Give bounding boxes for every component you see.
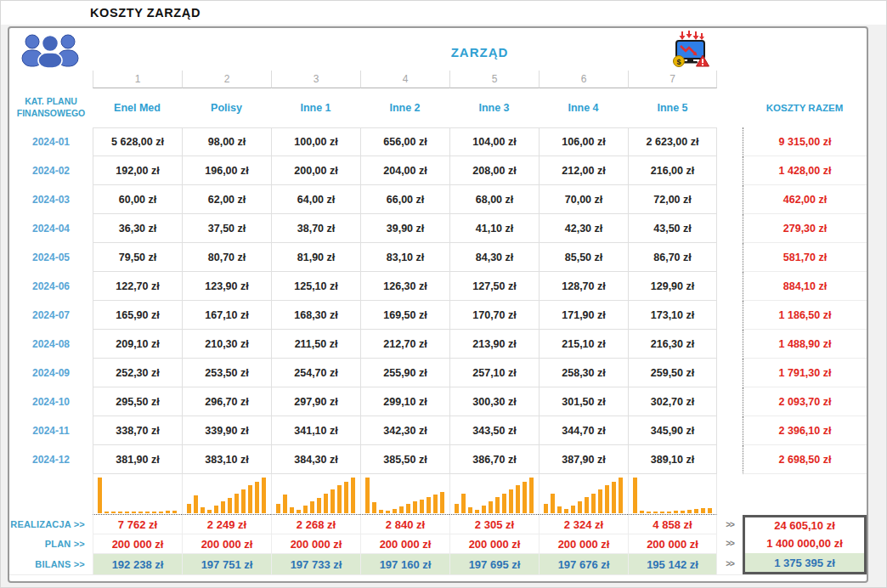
cost-cell[interactable]: 381,90 zł (93, 445, 182, 474)
cost-cell[interactable]: 257,10 zł (449, 359, 539, 387)
cost-cell[interactable]: 387,90 zł (539, 445, 628, 474)
realizacja-cell[interactable]: 2 840 zł (360, 515, 449, 534)
cost-cell[interactable]: 70,00 zł (539, 185, 628, 214)
cost-cell[interactable]: 122,70 zł (93, 272, 182, 301)
cost-cell[interactable]: 216,00 zł (628, 156, 717, 185)
cost-cell[interactable]: 345,90 zł (628, 416, 717, 445)
realizacja-cell[interactable]: 4 858 zł (628, 515, 717, 534)
cost-cell[interactable]: 173,10 zł (628, 301, 717, 330)
row-total-cell[interactable]: 279,30 zł (743, 214, 867, 243)
cost-cell[interactable]: 60,00 zł (93, 185, 182, 214)
realizacja-cell[interactable]: 2 324 zł (539, 515, 628, 534)
row-total-cell[interactable]: 2 698,50 zł (743, 445, 867, 474)
cost-cell[interactable]: 104,00 zł (449, 127, 539, 156)
cost-cell[interactable]: 341,10 zł (271, 416, 360, 445)
cost-cell[interactable]: 297,90 zł (271, 387, 360, 416)
cost-cell[interactable]: 5 628,00 zł (93, 127, 182, 156)
cost-cell[interactable]: 37,50 zł (182, 214, 271, 243)
cost-cell[interactable]: 64,00 zł (271, 185, 360, 214)
bilans-cell[interactable]: 197 751 zł (182, 553, 271, 574)
cost-cell[interactable]: 129,90 zł (628, 272, 717, 301)
cost-cell[interactable]: 42,30 zł (539, 214, 628, 243)
realizacja-cell[interactable]: 7 762 zł (93, 515, 182, 534)
cost-cell[interactable]: 83,10 zł (360, 243, 449, 272)
cost-cell[interactable]: 302,70 zł (628, 387, 717, 416)
cost-cell[interactable]: 43,50 zł (628, 214, 717, 243)
cost-cell[interactable]: 338,70 zł (93, 416, 182, 445)
plan-cell[interactable]: 200 000 zł (539, 534, 628, 553)
realizacja-cell[interactable]: 2 305 zł (449, 515, 539, 534)
cost-cell[interactable]: 167,10 zł (182, 301, 271, 330)
cost-cell[interactable]: 300,30 zł (449, 387, 539, 416)
cost-cell[interactable]: 384,30 zł (271, 445, 360, 474)
cost-cell[interactable]: 72,00 zł (628, 185, 717, 214)
plan-cell[interactable]: 200 000 zł (628, 534, 717, 553)
cost-cell[interactable]: 68,00 zł (449, 185, 539, 214)
cost-cell[interactable]: 128,70 zł (539, 272, 628, 301)
bilans-cell[interactable]: 192 238 zł (93, 553, 182, 574)
plan-cell[interactable]: 200 000 zł (449, 534, 539, 553)
cost-cell[interactable]: 301,50 zł (539, 387, 628, 416)
bilans-cell[interactable]: 195 142 zł (628, 553, 717, 574)
cost-cell[interactable]: 342,30 zł (360, 416, 449, 445)
plan-cell[interactable]: 200 000 zł (182, 534, 271, 553)
cost-cell[interactable]: 85,50 zł (539, 243, 628, 272)
cost-cell[interactable]: 123,90 zł (182, 272, 271, 301)
cost-cell[interactable]: 41,10 zł (449, 214, 539, 243)
cost-cell[interactable]: 213,90 zł (449, 330, 539, 359)
bilans-cell[interactable]: 197 160 zł (360, 553, 449, 574)
cost-cell[interactable]: 80,70 zł (182, 243, 271, 272)
cost-cell[interactable]: 255,90 zł (360, 359, 449, 387)
cost-cell[interactable]: 253,50 zł (182, 359, 271, 387)
row-total-cell[interactable]: 1 791,30 zł (743, 359, 867, 387)
grand-total-realizacja[interactable]: 24 605,10 zł (745, 517, 864, 534)
cost-cell[interactable]: 299,10 zł (360, 387, 449, 416)
cost-cell[interactable]: 386,70 zł (449, 445, 539, 474)
cost-cell[interactable]: 252,30 zł (93, 359, 182, 387)
cost-cell[interactable]: 254,70 zł (271, 359, 360, 387)
cost-cell[interactable]: 385,50 zł (360, 445, 449, 474)
row-total-cell[interactable]: 884,10 zł (743, 272, 867, 301)
cost-cell[interactable]: 296,70 zł (182, 387, 271, 416)
cost-cell[interactable]: 210,30 zł (182, 330, 271, 359)
cost-cell[interactable]: 38,70 zł (271, 214, 360, 243)
cost-cell[interactable]: 100,00 zł (271, 127, 360, 156)
cost-cell[interactable]: 656,00 zł (360, 127, 449, 156)
row-total-cell[interactable]: 2 093,70 zł (743, 387, 867, 416)
row-total-cell[interactable]: 9 315,00 zł (743, 127, 867, 156)
cost-cell[interactable]: 295,50 zł (93, 387, 182, 416)
cost-cell[interactable]: 339,90 zł (182, 416, 271, 445)
cost-cell[interactable]: 106,00 zł (539, 127, 628, 156)
cost-cell[interactable]: 216,30 zł (628, 330, 717, 359)
cost-cell[interactable]: 2 623,00 zł (628, 127, 717, 156)
cost-cell[interactable]: 98,00 zł (182, 127, 271, 156)
plan-cell[interactable]: 200 000 zł (93, 534, 182, 553)
cost-cell[interactable]: 200,00 zł (271, 156, 360, 185)
cost-cell[interactable]: 344,70 zł (539, 416, 628, 445)
cost-cell[interactable]: 389,10 zł (628, 445, 717, 474)
plan-cell[interactable]: 200 000 zł (271, 534, 360, 553)
cost-cell[interactable]: 62,00 zł (182, 185, 271, 214)
cost-cell[interactable]: 127,50 zł (449, 272, 539, 301)
cost-cell[interactable]: 215,10 zł (539, 330, 628, 359)
cost-cell[interactable]: 170,70 zł (449, 301, 539, 330)
bilans-cell[interactable]: 197 676 zł (539, 553, 628, 574)
cost-cell[interactable]: 208,00 zł (449, 156, 539, 185)
cost-cell[interactable]: 84,30 zł (449, 243, 539, 272)
cost-cell[interactable]: 39,90 zł (360, 214, 449, 243)
cost-cell[interactable]: 66,00 zł (360, 185, 449, 214)
row-total-cell[interactable]: 2 396,10 zł (743, 416, 867, 445)
bilans-cell[interactable]: 197 733 zł (271, 553, 360, 574)
cost-cell[interactable]: 165,90 zł (93, 301, 182, 330)
cost-cell[interactable]: 171,90 zł (539, 301, 628, 330)
cost-cell[interactable]: 204,00 zł (360, 156, 449, 185)
row-total-cell[interactable]: 462,00 zł (743, 185, 867, 214)
cost-cell[interactable]: 212,00 zł (539, 156, 628, 185)
row-total-cell[interactable]: 1 428,00 zł (743, 156, 867, 185)
row-total-cell[interactable]: 1 186,50 zł (743, 301, 867, 330)
cost-cell[interactable]: 126,30 zł (360, 272, 449, 301)
realizacja-cell[interactable]: 2 268 zł (271, 515, 360, 534)
row-total-cell[interactable]: 581,70 zł (743, 243, 867, 272)
grand-total-plan[interactable]: 1 400 000,00 zł (745, 534, 864, 553)
cost-cell[interactable]: 169,50 zł (360, 301, 449, 330)
